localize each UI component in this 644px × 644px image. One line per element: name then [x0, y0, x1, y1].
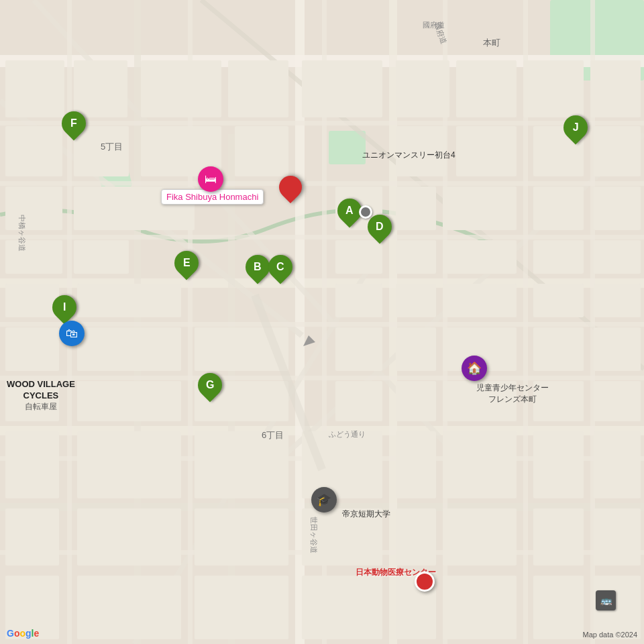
hotel-marker[interactable]: 🛏 — [198, 166, 223, 192]
svg-rect-90 — [533, 431, 584, 498]
svg-rect-52 — [533, 186, 584, 230]
svg-rect-94 — [195, 508, 288, 566]
svg-rect-80 — [396, 381, 436, 421]
map-container: 國府道 國府道 中橋ヶ谷道 ふどう通り 世田ヶ谷道 本町 5丁目 6丁目 ユニオ… — [0, 0, 644, 644]
svg-rect-68 — [5, 327, 59, 371]
svg-rect-69 — [77, 327, 181, 371]
marker-G[interactable]: G — [198, 373, 222, 397]
marker-A[interactable]: A — [337, 199, 362, 223]
main-red-pin[interactable] — [279, 176, 302, 199]
svg-rect-32 — [141, 60, 221, 117]
svg-rect-62 — [77, 284, 181, 317]
svg-rect-103 — [302, 576, 382, 639]
svg-rect-64 — [396, 284, 436, 317]
svg-rect-83 — [594, 381, 641, 421]
svg-rect-105 — [443, 576, 517, 639]
svg-rect-92 — [5, 508, 59, 566]
children-center-label: 児童青少年センター フレンズ本町 — [476, 382, 549, 405]
svg-rect-36 — [456, 60, 517, 117]
wood-line3: 自転車屋 — [7, 402, 75, 413]
svg-rect-93 — [77, 508, 181, 566]
svg-rect-88 — [396, 431, 436, 498]
svg-rect-98 — [533, 508, 584, 566]
svg-rect-57 — [396, 240, 436, 274]
svg-rect-55 — [74, 240, 129, 274]
svg-rect-37 — [523, 60, 584, 117]
wood-line1: WOOD VILLAGE — [7, 379, 75, 390]
svg-rect-38 — [590, 60, 641, 117]
marker-F[interactable]: F — [62, 111, 86, 136]
svg-rect-54 — [5, 240, 62, 274]
svg-rect-65 — [443, 284, 517, 317]
svg-rect-58 — [443, 240, 517, 274]
marker-E[interactable]: E — [174, 251, 199, 275]
map-background — [0, 0, 644, 644]
map-data-text: Map data ©2024 — [583, 631, 638, 639]
svg-rect-59 — [533, 240, 584, 274]
gray-dot-marker[interactable] — [359, 205, 372, 219]
university-marker[interactable]: 🎓 — [311, 487, 337, 513]
svg-rect-75 — [594, 327, 641, 371]
google-logo: Google — [7, 628, 39, 639]
marker-J[interactable]: J — [564, 115, 588, 140]
svg-rect-102 — [195, 576, 288, 639]
wood-line2: CYCLES — [7, 390, 75, 402]
svg-rect-35 — [396, 60, 449, 117]
area-honmachi: 本町 — [483, 37, 500, 49]
svg-rect-60 — [594, 240, 641, 274]
svg-rect-34 — [302, 60, 382, 117]
svg-rect-47 — [5, 186, 62, 230]
street-label-setagaya: 世田ヶ谷道 — [309, 517, 319, 553]
svg-rect-97 — [443, 508, 517, 566]
area-5chome: 5丁目 — [101, 141, 123, 153]
marker-B[interactable]: B — [246, 255, 270, 279]
bus-stop-marker[interactable]: 🚌 — [596, 590, 616, 610]
svg-rect-50 — [396, 186, 436, 230]
bottom-red-pin[interactable] — [415, 572, 435, 592]
svg-rect-74 — [533, 327, 584, 371]
street-label-nakahashi: 中橋ヶ谷道 — [17, 215, 27, 252]
svg-rect-77 — [77, 381, 181, 421]
marker-I[interactable]: I — [52, 295, 76, 319]
svg-rect-30 — [5, 60, 64, 117]
svg-rect-91 — [594, 431, 641, 498]
svg-rect-99 — [594, 508, 641, 566]
svg-rect-71 — [335, 327, 382, 371]
children-center-line2: フレンズ本町 — [476, 394, 549, 405]
svg-rect-72 — [396, 327, 436, 371]
street-label-fudo: ふどう通り — [329, 429, 366, 439]
svg-rect-89 — [443, 431, 517, 498]
svg-rect-31 — [74, 60, 127, 117]
svg-rect-53 — [594, 186, 641, 230]
svg-rect-56 — [335, 240, 382, 274]
svg-rect-39 — [5, 126, 62, 176]
svg-rect-46 — [594, 126, 641, 176]
svg-rect-2 — [329, 131, 366, 164]
area-6chome: 6丁目 — [262, 429, 284, 441]
svg-rect-85 — [77, 431, 181, 498]
shop-marker[interactable]: 🛍 — [59, 321, 85, 346]
svg-rect-51 — [443, 186, 517, 230]
svg-rect-96 — [396, 508, 436, 566]
svg-rect-63 — [335, 284, 382, 317]
svg-rect-42 — [235, 126, 288, 176]
svg-rect-33 — [228, 60, 288, 117]
marker-C[interactable]: C — [268, 255, 292, 279]
svg-rect-106 — [533, 576, 584, 639]
svg-rect-79 — [335, 381, 382, 421]
svg-rect-44 — [456, 126, 517, 176]
union-mansion-label: ユニオンマンスリー初台4 — [362, 150, 455, 161]
svg-rect-86 — [195, 431, 288, 498]
teikyo-label: 帝京短期大学 — [342, 508, 390, 520]
svg-rect-67 — [594, 284, 641, 317]
svg-rect-101 — [77, 576, 181, 639]
svg-rect-61 — [5, 284, 59, 317]
street-label-kokufu-display: 國府道 — [423, 20, 445, 30]
svg-rect-84 — [5, 431, 59, 498]
children-center-marker[interactable]: 🏠 — [462, 356, 487, 381]
children-center-line1: 児童青少年センター — [476, 382, 549, 394]
wood-village-label[interactable]: WOOD VILLAGE CYCLES 自転車屋 — [7, 379, 75, 412]
svg-rect-66 — [533, 284, 584, 317]
